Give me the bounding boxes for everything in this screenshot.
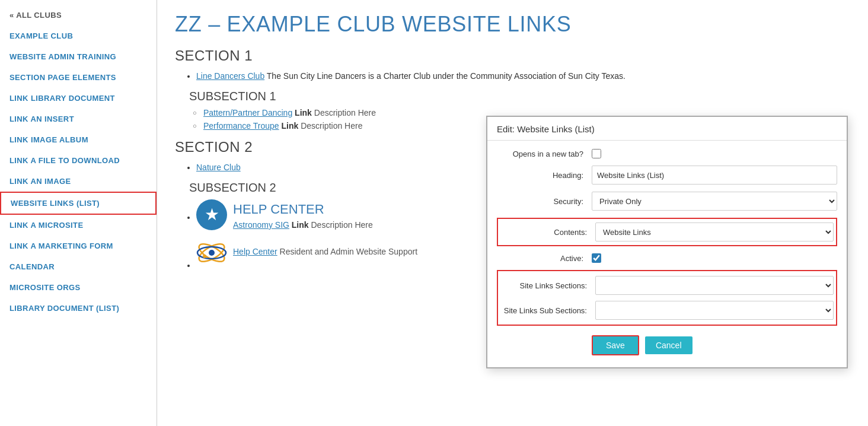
opens-new-tab-checkbox[interactable] bbox=[592, 149, 601, 158]
performance-troupe-link[interactable]: Performance Troupe bbox=[203, 121, 279, 131]
subsection1-heading: SUBSECTION 1 bbox=[189, 90, 850, 103]
site-links-sections-label: Site Links Sections: bbox=[500, 281, 595, 290]
page-title: ZZ – EXAMPLE CLUB WEBSITE LINKS bbox=[175, 12, 850, 37]
list-item: Line Dancers Club The Sun City Line Danc… bbox=[196, 70, 850, 82]
svg-point-3 bbox=[209, 250, 215, 256]
astronomy-desc: Description Here bbox=[311, 220, 372, 230]
link-label-1: Link bbox=[295, 108, 312, 117]
line-dancers-link[interactable]: Line Dancers Club bbox=[196, 71, 264, 81]
svg-point-4 bbox=[203, 255, 206, 258]
help-center-heading: HELP CENTER bbox=[233, 202, 324, 217]
site-links-sub-sections-select[interactable] bbox=[595, 301, 834, 320]
site-links-sub-sections-label: Site Links Sub Sections: bbox=[500, 306, 595, 315]
link-label-3: Link bbox=[292, 220, 309, 230]
sidebar-item-link-a-microsite[interactable]: LINK A MICROSITE bbox=[0, 215, 157, 236]
active-row: Active: bbox=[497, 253, 837, 263]
active-checkbox[interactable] bbox=[592, 253, 601, 263]
contents-label: Contents: bbox=[500, 228, 595, 237]
main-content: ZZ – EXAMPLE CLUB WEBSITE LINKS SECTION … bbox=[157, 0, 868, 426]
astronomy-sig-link[interactable]: Astronomy SIG bbox=[233, 220, 289, 230]
sidebar-back-link[interactable]: « ALL CLUBS bbox=[0, 5, 157, 26]
modal-footer: Save Cancel bbox=[497, 333, 837, 358]
atom-icon bbox=[196, 237, 227, 268]
security-row: Security: Private Only Public Members On… bbox=[497, 192, 837, 211]
sidebar-item-link-image-album[interactable]: LINK IMAGE ALBUM bbox=[0, 129, 157, 150]
sidebar-item-link-an-image[interactable]: LINK AN IMAGE bbox=[0, 171, 157, 192]
sidebar-item-link-library-document[interactable]: LINK LIBRARY DOCUMENT bbox=[0, 88, 157, 109]
sub-item2-desc: Description Here bbox=[301, 121, 362, 131]
sidebar-item-link-a-marketing-form[interactable]: LINK A MARKETING FORM bbox=[0, 236, 157, 256]
link-label-2: Link bbox=[282, 121, 299, 131]
sidebar-item-website-links-list[interactable]: WEBSITE LINKS (LIST) bbox=[0, 192, 157, 215]
active-label: Active: bbox=[497, 254, 592, 263]
help-center-desc: Resident and Admin Website Support bbox=[280, 247, 417, 256]
modal-body: Opens in a new tab? Heading: Security: P… bbox=[487, 141, 847, 367]
sidebar-item-section-page-elements[interactable]: SECTION PAGE ELEMENTS bbox=[0, 67, 157, 88]
section1-heading: SECTION 1 bbox=[175, 47, 850, 64]
sidebar-item-link-a-file-to-download[interactable]: LINK A FILE TO DOWNLOAD bbox=[0, 150, 157, 171]
astronomy-text: HELP CENTER Astronomy SIG Link Descripti… bbox=[233, 199, 373, 231]
sidebar: « ALL CLUBS EXAMPLE CLUB WEBSITE ADMIN T… bbox=[0, 0, 157, 426]
site-links-sections-select[interactable] bbox=[595, 276, 834, 295]
star-icon: ★ bbox=[196, 199, 227, 230]
help-center-link[interactable]: Help Center bbox=[233, 247, 277, 256]
modal-title: Edit: Website Links (List) bbox=[487, 117, 847, 141]
heading-row: Heading: bbox=[497, 166, 837, 185]
sidebar-item-link-an-insert[interactable]: LINK AN INSERT bbox=[0, 109, 157, 129]
opens-new-tab-row: Opens in a new tab? bbox=[497, 149, 837, 158]
sub-item1-desc: Description Here bbox=[314, 108, 376, 117]
help-center-text: Help Center Resident and Admin Website S… bbox=[233, 237, 417, 258]
sidebar-item-calendar[interactable]: CALENDAR bbox=[0, 256, 157, 277]
security-select[interactable]: Private Only Public Members Only bbox=[592, 192, 837, 211]
sidebar-item-library-document-list[interactable]: LIBRARY DOCUMENT (LIST) bbox=[0, 298, 157, 319]
nature-club-link[interactable]: Nature Club bbox=[196, 163, 241, 172]
sidebar-item-example-club[interactable]: EXAMPLE CLUB bbox=[0, 26, 157, 46]
heading-input[interactable] bbox=[592, 166, 837, 185]
edit-modal: Edit: Website Links (List) Opens in a ne… bbox=[486, 116, 848, 368]
cancel-button[interactable]: Cancel bbox=[645, 336, 693, 354]
site-links-sub-sections-row: Site Links Sub Sections: bbox=[500, 301, 834, 320]
sidebar-item-microsite-orgs[interactable]: MICROSITE ORGS bbox=[0, 277, 157, 298]
save-button[interactable]: Save bbox=[592, 335, 639, 355]
section1-list: Line Dancers Club The Sun City Line Danc… bbox=[175, 70, 850, 82]
item1-desc: The Sun City Line Dancers is a Charter C… bbox=[264, 71, 626, 81]
site-links-box: Site Links Sections: Site Links Sub Sect… bbox=[497, 270, 837, 326]
site-links-sections-row: Site Links Sections: bbox=[500, 276, 834, 295]
contents-select[interactable]: Website Links Other Content bbox=[595, 222, 834, 241]
contents-row: Contents: Website Links Other Content bbox=[497, 218, 837, 246]
pattern-partner-link[interactable]: Pattern/Partner Dancing bbox=[203, 108, 292, 117]
security-label: Security: bbox=[497, 197, 592, 206]
heading-label: Heading: bbox=[497, 171, 592, 180]
opens-new-tab-label: Opens in a new tab? bbox=[497, 150, 592, 158]
sidebar-item-website-admin-training[interactable]: WEBSITE ADMIN TRAINING bbox=[0, 46, 157, 67]
